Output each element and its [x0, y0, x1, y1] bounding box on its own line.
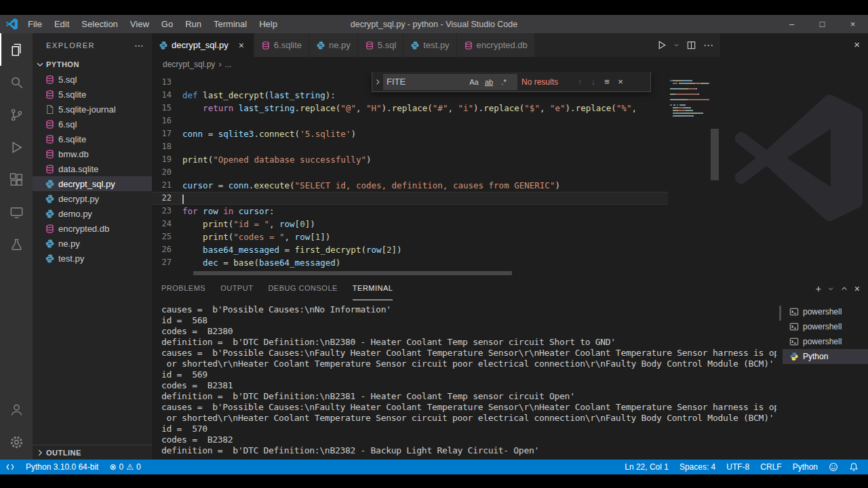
panel-tab-problems[interactable]: PROBLEMS	[161, 277, 205, 300]
activitybar-run-and-debug[interactable]	[0, 131, 33, 163]
tab-6.sqlite[interactable]: 6.sqlite	[254, 33, 309, 57]
file-5.sqlite[interactable]: 5.sqlite	[33, 87, 152, 102]
close-find-icon[interactable]: ×	[614, 77, 627, 87]
horizontal-scrollbar-thumb[interactable]	[193, 271, 512, 275]
file-bmw.db[interactable]: bmw.db	[33, 146, 152, 161]
menu-run[interactable]: Run	[179, 15, 208, 33]
terminal-instance-powershell[interactable]: powershell	[783, 319, 868, 334]
menu-file[interactable]: File	[22, 15, 48, 33]
menu-edit[interactable]: Edit	[48, 15, 75, 33]
folder-section-python[interactable]: PYTHON	[33, 57, 152, 72]
eol-status[interactable]: CRLF	[755, 460, 787, 474]
maximize-panel-icon[interactable]	[840, 285, 848, 293]
menu-go[interactable]: Go	[155, 15, 179, 33]
close-panel-icon[interactable]: ×	[854, 283, 860, 294]
file-6.sql[interactable]: 6.sql	[33, 117, 152, 131]
file-data.sqlite[interactable]: data.sqlite	[33, 161, 152, 176]
code-line-17[interactable]: 17conn = sqlite3.connect('5.sqlite')	[152, 127, 668, 140]
file-decrypt.py[interactable]: decrypt.py	[33, 191, 152, 206]
regex-icon[interactable]: .*	[496, 78, 511, 86]
activitybar-settings[interactable]	[0, 426, 33, 458]
terminal-output[interactable]: causes = b'Possible Causes:\nNo Informat…	[161, 304, 776, 460]
run-python-file-button[interactable]	[656, 40, 667, 50]
split-editor-button[interactable]	[686, 40, 696, 50]
terminal-instance-python[interactable]: Python	[783, 349, 868, 364]
toggle-replace-icon[interactable]	[372, 72, 383, 92]
file-5.sqlite-journal[interactable]: 5.sqlite-journal	[33, 102, 152, 117]
activitybar-source-control[interactable]	[0, 98, 33, 131]
python-interpreter-status[interactable]: Python 3.10.0 64-bit	[20, 460, 104, 474]
feedback-smiley-icon[interactable]	[823, 460, 844, 474]
menu-selection[interactable]: Selection	[75, 15, 123, 33]
file-decrypt_sql.py[interactable]: decrypt_sql.py	[33, 176, 152, 191]
close-window-button[interactable]: ×	[837, 15, 868, 33]
encoding-status[interactable]: UTF-8	[721, 460, 755, 474]
code-line-27[interactable]: 27 dec = base(base64_messaged)	[152, 256, 668, 269]
tab-decrypt_sql.py[interactable]: decrypt_sql.py×	[152, 33, 254, 57]
activitybar-accounts[interactable]	[0, 393, 33, 426]
close-tab-icon[interactable]: ×	[236, 40, 247, 51]
next-match-icon[interactable]: ↓	[587, 77, 600, 87]
breadcrumb-file[interactable]: decrypt_sql.py	[163, 60, 215, 69]
remote-indicator[interactable]	[0, 460, 20, 474]
file-ne.py[interactable]: ne.py	[33, 236, 152, 251]
horizontal-scrollbar[interactable]	[193, 270, 668, 277]
outline-section[interactable]: OUTLINE	[33, 445, 152, 460]
activitybar-extensions[interactable]	[0, 163, 33, 196]
views-and-more-actions-icon[interactable]: ⋯	[134, 40, 144, 51]
file-6.sqlite[interactable]: 6.sqlite	[33, 131, 152, 146]
tab-test.py[interactable]: test.py	[403, 33, 456, 57]
breadcrumb-symbol[interactable]: ...	[224, 60, 231, 69]
menu-help[interactable]: Help	[253, 15, 283, 33]
minimap[interactable]	[668, 72, 709, 270]
file-encrypted.db[interactable]: encrypted.db	[33, 221, 152, 236]
problems-status[interactable]: ⊗ 0 ⚠ 0	[104, 460, 146, 474]
previous-match-icon[interactable]: ↑	[573, 77, 587, 87]
indentation-status[interactable]: Spaces: 4	[674, 460, 721, 474]
terminal-scrollbar-thumb[interactable]	[779, 306, 781, 321]
code-line-26[interactable]: 26 base64_messaged = first_decrypt(row[2…	[152, 243, 668, 256]
minimize-button[interactable]: –	[776, 15, 807, 33]
panel-tab-debug-console[interactable]: DEBUG CONSOLE	[268, 277, 337, 300]
code-line-15[interactable]: 15 return last_string.replace("@", "H").…	[152, 102, 668, 115]
more-actions-icon[interactable]: ⋯	[703, 39, 713, 52]
file-test.py[interactable]: test.py	[33, 251, 152, 266]
code-line-19[interactable]: 19print("Opened database successfully")	[152, 153, 668, 166]
new-terminal-icon[interactable]: +	[816, 283, 821, 294]
tab-encrypted.db[interactable]: encrypted.db	[457, 33, 535, 57]
activitybar-testing[interactable]	[0, 228, 33, 261]
code-line-25[interactable]: 25 print("codes = ", row[1])	[152, 230, 668, 243]
maximize-button[interactable]: □	[807, 15, 837, 33]
panel-tab-output[interactable]: OUTPUT	[220, 277, 253, 300]
code-line-24[interactable]: 24 print("id = ", row[0])	[152, 218, 668, 230]
file-demo.py[interactable]: demo.py	[33, 206, 152, 221]
whole-word-icon[interactable]: ab	[481, 78, 496, 86]
menu-view[interactable]: View	[124, 15, 155, 33]
terminal-instance-powershell[interactable]: powershell	[783, 334, 868, 349]
activitybar-explorer[interactable]	[0, 33, 33, 66]
code-line-20[interactable]: 20	[152, 166, 668, 179]
activitybar-remote-explorer[interactable]	[0, 196, 33, 228]
code-line-18[interactable]: 18	[152, 140, 668, 153]
language-mode-status[interactable]: Python	[787, 460, 823, 474]
run-dropdown-icon[interactable]	[673, 42, 679, 48]
panel-tab-terminal[interactable]: TERMINAL	[353, 277, 393, 300]
vertical-scrollbar-thumb[interactable]	[711, 129, 719, 180]
cursor-position-status[interactable]: Ln 22, Col 1	[619, 460, 674, 474]
tab-5.sql[interactable]: 5.sql	[358, 33, 403, 57]
code-line-16[interactable]: 16	[152, 115, 668, 127]
find-in-selection-icon[interactable]: ≡	[600, 77, 614, 87]
close-editor-group-icon[interactable]: ×	[854, 39, 860, 50]
terminal-dropdown-icon[interactable]	[827, 285, 834, 292]
activitybar-search[interactable]	[0, 66, 33, 98]
code-line-21[interactable]: 21cursor = conn.execute("SELECT id, code…	[152, 179, 668, 192]
code-line-23[interactable]: 23for row in cursor:	[152, 205, 668, 218]
terminal-instance-powershell[interactable]: powershell	[783, 304, 868, 319]
find-input[interactable]	[387, 77, 467, 87]
match-case-icon[interactable]: Aa	[467, 78, 481, 86]
vertical-scrollbar[interactable]	[709, 72, 720, 270]
code-line-22[interactable]: 22	[152, 192, 668, 205]
menu-terminal[interactable]: Terminal	[208, 15, 253, 33]
tab-ne.py[interactable]: ne.py	[309, 33, 358, 57]
notifications-bell-icon[interactable]	[844, 460, 864, 474]
